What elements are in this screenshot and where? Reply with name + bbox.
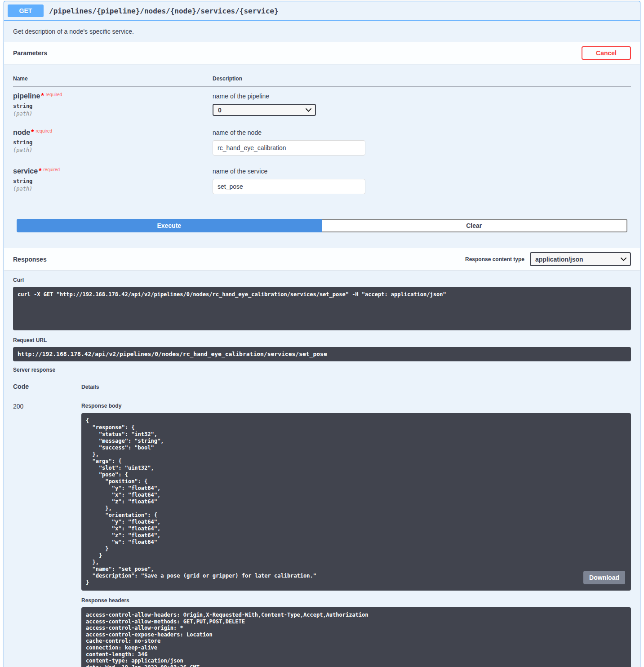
code-column-header: Code (13, 383, 81, 390)
get-operation-block: GET /pipelines/{pipeline}/nodes/{node}/s… (4, 1, 640, 667)
response-headers-label: Response headers (81, 597, 631, 604)
request-url-value: http://192.168.178.42/api/v2/pipelines/0… (13, 347, 631, 361)
parameters-body: Name Description pipeline*required strin… (4, 64, 640, 248)
server-response-label: Server response (13, 367, 631, 373)
param-name-pipeline: pipeline*required (13, 92, 213, 100)
response-body-label: Response body (81, 403, 631, 409)
param-name-node: node*required (13, 129, 213, 137)
endpoint-path: /pipelines/{pipeline}/nodes/{node}/servi… (44, 7, 279, 15)
curl-command-block[interactable]: curl -X GET "http://192.168.178.42/api/v… (13, 287, 631, 330)
cancel-button[interactable]: Cancel (582, 46, 631, 60)
node-input[interactable] (213, 140, 365, 156)
execute-button-group: Execute Clear (13, 200, 631, 242)
param-type: string (13, 103, 213, 109)
responses-section-header: Responses Response content type applicat… (4, 248, 640, 270)
pipeline-select[interactable]: 0 (213, 104, 316, 116)
param-row-service: service*required string (path) name of t… (13, 162, 631, 200)
parameters-section-header: Parameters Cancel (4, 42, 640, 64)
param-description: name of the service (213, 168, 631, 175)
download-button[interactable]: Download (583, 571, 625, 584)
name-column-header: Name (13, 64, 213, 87)
param-type: string (13, 178, 213, 184)
description-column-header: Description (213, 64, 631, 87)
response-content-type-select[interactable]: application/json (530, 252, 631, 266)
param-type: string (13, 139, 213, 146)
server-response-row: 200 Response body { "response": { "statu… (13, 395, 631, 667)
response-headers-block: access-control-allow-headers: Origin,X-R… (81, 607, 631, 667)
endpoint-description: Get description of a node's specific ser… (13, 28, 134, 35)
param-row-node: node*required string (path) name of the … (13, 123, 631, 162)
param-location: (path) (13, 186, 213, 192)
endpoint-description-wrapper: Get description of a node's specific ser… (4, 21, 640, 42)
parameters-table: Name Description pipeline*required strin… (13, 64, 631, 200)
required-star: * (40, 92, 44, 100)
param-description: name of the node (213, 129, 631, 136)
required-label: required (34, 129, 52, 133)
required-label: required (44, 92, 62, 97)
responses-body: Curl curl -X GET "http://192.168.178.42/… (4, 277, 640, 667)
request-url-label: Request URL (13, 337, 631, 343)
responses-title: Responses (13, 256, 47, 263)
status-code: 200 (13, 403, 81, 667)
execute-button[interactable]: Execute (17, 219, 322, 232)
endpoint-summary[interactable]: GET /pipelines/{pipeline}/nodes/{node}/s… (4, 1, 640, 21)
param-description: name of the pipeline (213, 93, 631, 100)
param-location: (path) (13, 111, 213, 117)
param-row-pipeline: pipeline*required string (path) name of … (13, 87, 631, 124)
http-method-badge: GET (8, 4, 44, 17)
service-input[interactable] (213, 179, 365, 194)
clear-button[interactable]: Clear (322, 219, 628, 232)
required-label: required (41, 167, 60, 172)
parameters-title: Parameters (13, 49, 47, 57)
response-body-block: { "response": { "status": "int32", "mess… (81, 413, 631, 591)
details-column-header: Details (81, 383, 99, 390)
server-response-table: Code Details 200 Response body { "respon… (13, 377, 631, 667)
param-location: (path) (13, 147, 213, 153)
response-content-type-label: Response content type (465, 256, 530, 262)
param-name-service: service*required (13, 167, 213, 175)
response-content-type-control: Response content type application/json (465, 252, 631, 266)
curl-label: Curl (13, 277, 631, 283)
